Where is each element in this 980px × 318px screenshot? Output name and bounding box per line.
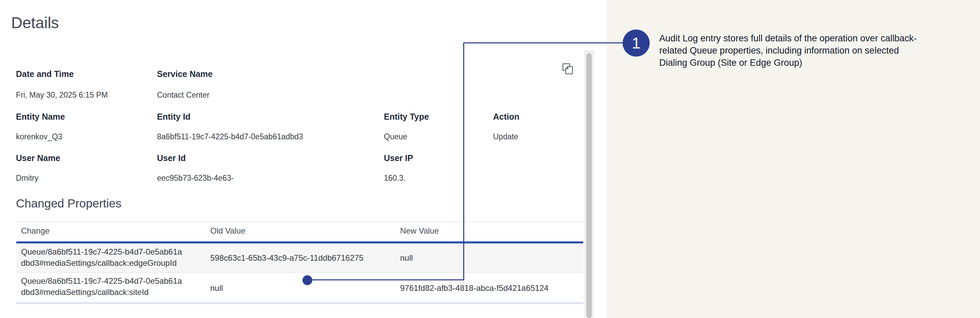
column-header-old-value: Old Value: [210, 226, 245, 236]
column-header-new-value: New Value: [400, 226, 439, 236]
table-bottom-border: [16, 302, 583, 304]
annotation-number-badge: 1: [623, 30, 650, 57]
field-value-user-ip: 160.3.: [384, 173, 406, 183]
annotation-number: 1: [632, 34, 641, 52]
field-label-entity-type: Entity Type: [384, 111, 429, 122]
table-top-border: [16, 221, 583, 223]
cell-old-value-row2: null: [210, 282, 223, 294]
cell-change-row1: Queue/8a6bf511-19c7-4225-b4d7-0e5ab61a d…: [21, 246, 197, 269]
field-label-user-name: User Name: [16, 153, 60, 163]
copy-button[interactable]: [560, 62, 575, 76]
audit-details-panel: Details Date and Time Fri, May 30, 2025 …: [0, 0, 607, 318]
field-label-user-ip: User IP: [384, 153, 413, 163]
annotation-connector-line: [463, 42, 624, 43]
annotation-connector-line: [307, 279, 464, 280]
field-label-entity-id: Entity Id: [157, 111, 191, 122]
cell-change-row2: Queue/8a6bf511-19c7-4225-b4d7-0e5ab61a d…: [21, 275, 197, 298]
cell-new-value-row2: 9761fd82-afb3-4818-abca-f5d421a65124: [400, 282, 549, 294]
field-label-date-time: Date and Time: [16, 69, 73, 79]
vertical-scrollbar-track[interactable]: [584, 50, 594, 318]
field-value-entity-type: Queue: [384, 132, 407, 142]
section-title-changed-properties: Changed Properties: [16, 197, 121, 210]
vertical-scrollbar-thumb[interactable]: [586, 53, 592, 318]
field-value-user-id: eec95b73-623b-4e63-: [157, 173, 234, 183]
cell-old-value-row1: 598c63c1-65b3-43c9-a75c-11ddb6716275: [210, 252, 364, 264]
field-label-entity-name: Entity Name: [16, 111, 65, 122]
column-header-change: Change: [21, 226, 49, 236]
field-label-action: Action: [493, 111, 520, 122]
annotation-connector-line: [463, 42, 464, 280]
field-label-user-id: User Id: [157, 153, 186, 163]
page-title: Details: [11, 14, 59, 32]
field-label-service-name: Service Name: [157, 69, 213, 79]
copy-icon: [561, 71, 574, 76]
field-value-service-name: Contact Center: [157, 90, 210, 100]
field-value-action: Update: [493, 132, 518, 142]
cell-new-value-row1: null: [400, 252, 413, 264]
annotation-text: Audit Log entry stores full details of t…: [659, 32, 980, 69]
field-value-entity-id: 8a6bf511-19c7-4225-b4d7-0e5ab61adbd3: [157, 132, 303, 142]
field-value-date-time: Fri, May 30, 2025 6:15 PM: [16, 90, 108, 100]
field-value-user-name: Dmitry: [16, 173, 38, 183]
field-value-entity-name: korenkov_Q3: [16, 132, 62, 142]
